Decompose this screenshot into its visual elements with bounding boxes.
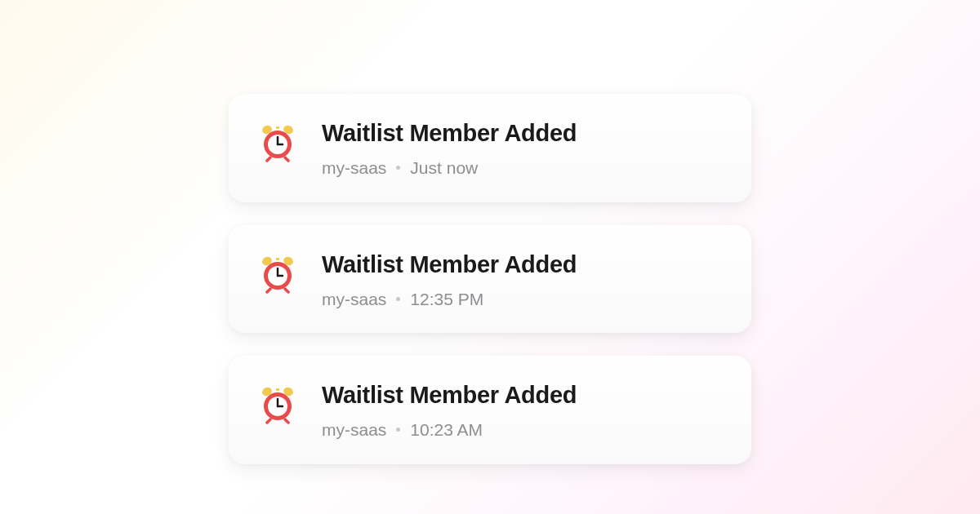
svg-rect-17 xyxy=(276,258,279,260)
svg-rect-8 xyxy=(276,126,279,129)
notification-source: my-saas xyxy=(322,419,386,441)
svg-line-15 xyxy=(267,289,270,292)
notification-icon-wrapper xyxy=(258,255,297,294)
notification-timestamp: 12:35 PM xyxy=(410,288,483,310)
svg-line-25 xyxy=(285,419,288,423)
notification-title: Waitlist Member Added xyxy=(322,118,722,148)
notification-content: Waitlist Member Added my-saas Just now xyxy=(322,118,722,179)
svg-line-7 xyxy=(285,157,288,161)
notification-title: Waitlist Member Added xyxy=(322,250,722,279)
alarm-clock-icon xyxy=(258,385,297,424)
notification-timestamp: 10:23 AM xyxy=(410,419,483,441)
notification-card[interactable]: Waitlist Member Added my-saas Just now xyxy=(229,94,751,202)
alarm-clock-icon xyxy=(258,123,297,162)
notification-icon-wrapper xyxy=(258,123,297,162)
notification-title: Waitlist Member Added xyxy=(322,380,722,410)
svg-line-6 xyxy=(267,157,270,161)
alarm-clock-icon xyxy=(258,255,297,294)
notification-card[interactable]: Waitlist Member Added my-saas 12:35 PM xyxy=(229,225,751,334)
svg-line-24 xyxy=(267,419,270,423)
notification-meta: my-saas 10:23 AM xyxy=(322,419,722,441)
notification-source: my-saas xyxy=(322,288,386,310)
notification-icon-wrapper xyxy=(258,385,297,424)
svg-line-16 xyxy=(285,289,288,292)
notification-card[interactable]: Waitlist Member Added my-saas 10:23 AM xyxy=(229,356,751,464)
separator-dot xyxy=(396,428,400,432)
separator-dot xyxy=(396,297,400,301)
notification-timestamp: Just now xyxy=(410,157,478,179)
separator-dot xyxy=(396,166,400,170)
notification-content: Waitlist Member Added my-saas 10:23 AM xyxy=(322,380,722,441)
notification-source: my-saas xyxy=(322,157,386,179)
notification-content: Waitlist Member Added my-saas 12:35 PM xyxy=(322,250,722,311)
notification-meta: my-saas 12:35 PM xyxy=(322,288,722,310)
notification-meta: my-saas Just now xyxy=(322,157,722,179)
svg-rect-26 xyxy=(276,388,279,391)
